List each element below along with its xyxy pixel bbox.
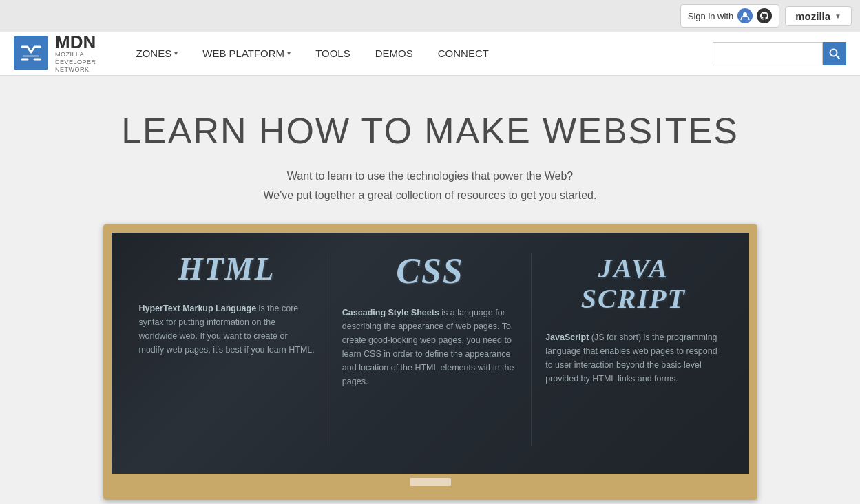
html-title: HTML xyxy=(139,253,315,285)
html-section: HTML HyperText Markup Language is the co… xyxy=(125,253,328,446)
css-section: CSS Cascading Style Sheets is a language… xyxy=(328,253,532,446)
chalk-eraser xyxy=(410,478,451,486)
mozilla-label: mozilla xyxy=(795,10,830,22)
search-box xyxy=(713,42,846,65)
logo-text: MDN MOZILLA DEVELOPER NETWORK xyxy=(55,33,96,73)
mozilla-developer-text: MOZILLA DEVELOPER NETWORK xyxy=(55,51,96,73)
chevron-down-icon: ▾ xyxy=(287,50,291,57)
search-button[interactable] xyxy=(823,42,846,65)
mdn-text: MDN xyxy=(55,33,96,51)
nav-item-demos[interactable]: DEMOS xyxy=(363,32,426,76)
chevron-down-icon: ▼ xyxy=(835,12,841,20)
nav-item-web-platform[interactable]: WEB PLATFORM ▾ xyxy=(190,32,303,76)
mozilla-button[interactable]: mozilla ▼ xyxy=(785,6,852,26)
nav-item-zones[interactable]: ZONES ▾ xyxy=(124,32,191,76)
svg-rect-2 xyxy=(23,55,39,57)
css-description: Cascading Style Sheets is a language for… xyxy=(342,306,518,388)
search-icon xyxy=(829,48,840,59)
persona-icon xyxy=(737,8,753,23)
navbar: MDN MOZILLA DEVELOPER NETWORK ZONES ▾ WE… xyxy=(0,32,860,76)
nav-item-tools[interactable]: TOOLS xyxy=(303,32,363,76)
page-subtitle2: We've put together a great collection of… xyxy=(14,187,846,204)
javascript-title: JAVA SCRIPT xyxy=(545,253,721,314)
javascript-section: JAVA SCRIPT JavaScript (JS for short) is… xyxy=(532,253,735,446)
chalkboard: HTML HyperText Markup Language is the co… xyxy=(112,233,749,474)
chevron-down-icon: ▾ xyxy=(174,50,178,57)
github-icon xyxy=(757,8,772,23)
chalkboard-wrapper: HTML HyperText Markup Language is the co… xyxy=(103,224,757,500)
logo-area[interactable]: MDN MOZILLA DEVELOPER NETWORK xyxy=(14,33,96,73)
page-title: LEARN HOW TO MAKE WEBSITES xyxy=(14,110,846,151)
chalk-tray xyxy=(112,478,749,486)
nav-item-connect[interactable]: CONNECT xyxy=(426,32,501,76)
main-content: LEARN HOW TO MAKE WEBSITES Want to learn… xyxy=(0,76,860,504)
css-title: CSS xyxy=(342,253,518,289)
html-description: HyperText Markup Language is the core sy… xyxy=(139,302,315,357)
page-subtitle1: Want to learn to use the technologies th… xyxy=(14,168,846,185)
mdn-logo-icon xyxy=(14,36,48,70)
javascript-description: JavaScript (JS for short) is the program… xyxy=(545,330,721,386)
nav-links: ZONES ▾ WEB PLATFORM ▾ TOOLS DEMOS CONNE… xyxy=(124,32,713,76)
sign-in-label: Sign in with xyxy=(688,11,733,21)
search-input[interactable] xyxy=(713,42,823,65)
sign-in-button[interactable]: Sign in with xyxy=(680,4,779,28)
top-bar: Sign in with mozilla ▼ xyxy=(0,0,860,32)
svg-line-4 xyxy=(837,55,840,59)
